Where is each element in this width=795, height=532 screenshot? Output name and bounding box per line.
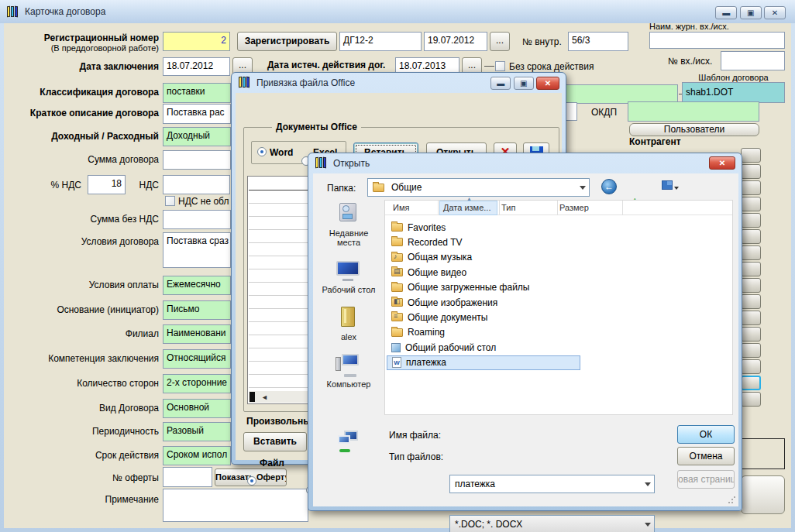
template-field[interactable]: shab1.DOT xyxy=(682,82,785,103)
users-button[interactable]: Пользователи xyxy=(629,123,759,136)
reg-date-picker-button[interactable]: ... xyxy=(490,32,510,51)
place-item[interactable]: alex xyxy=(317,305,380,342)
resize-grip[interactable] xyxy=(728,496,735,504)
side-stack-button[interactable] xyxy=(741,245,761,260)
partial-disabled-button[interactable]: овая страниц xyxy=(677,470,735,489)
row-field[interactable]: Сроком испол xyxy=(163,446,231,465)
register-button[interactable]: Зарегистрировать xyxy=(237,32,337,51)
side-stack-button[interactable] xyxy=(741,311,761,325)
place-item[interactable]: Недавние места xyxy=(317,201,380,247)
right-big-button[interactable] xyxy=(741,475,785,514)
note-field[interactable] xyxy=(163,489,308,522)
side-stack-button[interactable] xyxy=(741,376,761,390)
folder-video-icon: ▤ xyxy=(391,268,403,276)
filetype-combobox[interactable]: *.DOC; *. DOCX xyxy=(449,515,655,532)
place-item[interactable]: Компьютер xyxy=(317,352,380,389)
file-row[interactable]: Favorites xyxy=(387,220,728,235)
open-close-button[interactable]: ✕ xyxy=(709,156,735,170)
col-type[interactable]: Тип xyxy=(501,203,515,212)
row-field[interactable]: Поставка рас xyxy=(163,104,231,124)
folder-image-icon: ◧ xyxy=(391,298,403,307)
row-field[interactable] xyxy=(163,210,231,229)
side-stack-button[interactable] xyxy=(741,327,761,342)
vat-pct-field[interactable]: 18 xyxy=(88,175,126,194)
file-row[interactable]: Общие загруженные файлы xyxy=(387,280,728,295)
open-dialog-titlebar[interactable]: Открыть ✕ xyxy=(308,153,742,173)
office-minimize-button[interactable]: ▬ xyxy=(490,77,511,90)
side-stack-button[interactable] xyxy=(741,164,761,179)
side-stack-button[interactable] xyxy=(741,213,761,228)
office-dialog-titlebar[interactable]: Привязка файла Office ▬ ▣ ✕ xyxy=(232,73,566,92)
ok-button[interactable]: ОК xyxy=(677,425,735,444)
file-row[interactable]: ◧Общие изображения xyxy=(387,295,728,310)
filename-combobox[interactable]: платежка xyxy=(449,475,655,493)
file-row[interactable]: ≡Общие документы xyxy=(387,310,728,324)
misc-insert-button[interactable]: Вставить xyxy=(243,432,307,451)
office-maximize-button[interactable]: ▣ xyxy=(514,77,534,90)
close-button[interactable]: ✕ xyxy=(764,6,786,19)
row-label: Срок действия xyxy=(8,450,159,461)
row-field[interactable]: Доходный xyxy=(163,127,231,146)
file-row[interactable]: Recorded TV xyxy=(387,235,728,249)
col-size[interactable]: Размер xyxy=(559,203,589,212)
row-field[interactable]: поставки xyxy=(163,83,231,103)
side-stack-button[interactable] xyxy=(741,392,761,407)
minimize-button[interactable]: ▬ xyxy=(715,6,737,19)
file-row[interactable]: Wплатежка xyxy=(387,355,580,370)
no-term-checkbox[interactable] xyxy=(495,61,505,71)
offer-field[interactable] xyxy=(163,467,212,487)
row-field[interactable]: 2-х сторонние xyxy=(163,374,231,393)
reg-date-field[interactable]: 19.07.2012 xyxy=(424,32,487,51)
connector-line xyxy=(484,66,494,67)
maximize-button[interactable]: ▣ xyxy=(740,6,762,19)
reg-number-field[interactable]: 2 xyxy=(163,32,230,51)
inout-number-field[interactable] xyxy=(721,51,785,70)
file-radio[interactable] xyxy=(247,476,256,486)
vat-exempt-checkbox[interactable] xyxy=(165,196,175,206)
file-row[interactable]: Roaming xyxy=(387,325,728,340)
side-stack-button[interactable] xyxy=(741,229,761,244)
row-field[interactable]: Поставка сраз xyxy=(163,232,231,268)
open-dialog-client: Папка: Общие ← ↑ ✱ Недавние местаРабочий… xyxy=(313,173,738,506)
row-field[interactable]: Ежемесячно xyxy=(163,276,231,295)
file-row[interactable]: Общий рабочий стол xyxy=(387,340,728,355)
file-row[interactable]: ▤Общие видео xyxy=(387,265,728,280)
row-field[interactable]: Разовый xyxy=(163,422,231,441)
views-icon[interactable] xyxy=(662,180,679,190)
conclusion-date-field[interactable]: 18.07.2012 xyxy=(163,57,230,76)
folder-icon xyxy=(391,223,403,232)
col-name[interactable]: Имя xyxy=(393,203,409,212)
side-stack-button[interactable] xyxy=(741,262,761,276)
vat-field[interactable] xyxy=(163,175,230,194)
network-icon[interactable] xyxy=(338,431,361,451)
office-close-button[interactable]: ✕ xyxy=(536,77,559,90)
side-stack-button[interactable] xyxy=(741,197,761,211)
hscroll-left-arrow-icon[interactable]: ◄ xyxy=(261,393,268,401)
counterparty-label: Контрагент xyxy=(629,136,681,147)
internal-number-field[interactable]: 56/3 xyxy=(568,32,628,51)
side-stack-button[interactable] xyxy=(741,180,761,195)
folder-combobox[interactable]: Общие xyxy=(367,178,590,197)
row-field[interactable]: Основной xyxy=(163,399,231,418)
hscroll-thumb[interactable] xyxy=(250,392,255,402)
side-stack-button[interactable] xyxy=(741,148,761,163)
word-radio[interactable] xyxy=(257,147,267,156)
file-list[interactable]: Имя Дата изме... ▲ Тип Размер FavoritesR… xyxy=(384,200,733,415)
side-stack-button[interactable] xyxy=(741,343,761,358)
side-stack-button[interactable] xyxy=(741,278,761,293)
place-item[interactable]: Рабочий стол xyxy=(317,258,380,294)
okdp-field[interactable] xyxy=(628,101,759,122)
main-window-titlebar[interactable]: Карточка договора ▬ ▣ ✕ xyxy=(0,0,795,23)
side-stack-button[interactable] xyxy=(741,294,761,309)
col-date-cell[interactable]: Дата изме... ▲ xyxy=(439,201,497,215)
file-row[interactable]: ♪Общая музыка xyxy=(387,250,728,265)
row-field[interactable]: Письмо xyxy=(163,300,231,320)
journal-field[interactable] xyxy=(649,32,785,49)
row-field[interactable]: Относящийся xyxy=(163,349,231,369)
row-field[interactable]: Наименовани xyxy=(163,324,231,344)
row-field[interactable] xyxy=(163,150,231,170)
back-icon[interactable]: ← xyxy=(601,179,617,194)
side-stack-button[interactable] xyxy=(741,359,761,374)
contract-code-field[interactable]: ДГ12-2 xyxy=(339,32,422,51)
cancel-button[interactable]: Отмена xyxy=(677,447,735,465)
